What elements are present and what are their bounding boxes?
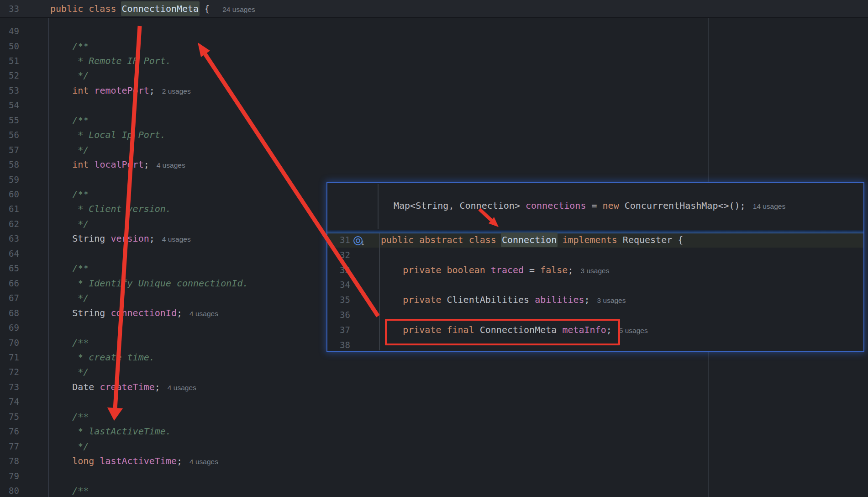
code-line[interactable]: /** — [50, 409, 89, 424]
usages-hint[interactable]: 5 usages — [619, 327, 648, 334]
code-line[interactable]: */ — [50, 439, 89, 454]
code-line[interactable]: long lastActiveTime;4 usages — [50, 454, 218, 468]
usages-hint[interactable]: 24 usages — [222, 5, 255, 13]
line-number[interactable]: 55 — [0, 113, 19, 127]
line-number[interactable]: 49 — [0, 24, 19, 38]
line-number[interactable]: 68 — [0, 306, 19, 320]
highlighted-identifier: ConnectionMeta — [121, 1, 200, 16]
code-token — [381, 264, 403, 275]
code-line[interactable]: */ — [50, 217, 89, 231]
line-number[interactable]: 62 — [0, 217, 19, 231]
usages-hint[interactable]: 4 usages — [168, 384, 196, 391]
code-line[interactable]: * Client version. — [50, 201, 171, 216]
code-token: * Identify Unique connectionId. — [50, 278, 248, 289]
code-token: new — [603, 200, 619, 211]
code-line[interactable]: * lastActiveTime. — [50, 424, 171, 439]
line-number[interactable]: 66 — [0, 276, 19, 291]
code-line[interactable]: * Local Ip Port. — [50, 127, 166, 142]
popup-line-number[interactable]: 34 — [327, 277, 350, 292]
line-number[interactable]: 56 — [0, 127, 19, 142]
code-line[interactable]: * Identify Unique connectionId. — [50, 276, 248, 291]
usages-hint[interactable]: 4 usages — [189, 458, 218, 465]
implementations-gutter-icon[interactable]: ↓ — [353, 236, 363, 245]
line-number[interactable]: 59 — [0, 172, 19, 187]
code-token: int — [72, 159, 89, 170]
line-number[interactable]: 64 — [0, 246, 19, 261]
code-token: Map<String, Connection> — [394, 200, 526, 211]
code-token: ; — [584, 294, 590, 305]
line-number[interactable]: 76 — [0, 424, 19, 439]
sticky-header-code[interactable]: public class ConnectionMeta { 24 usages — [50, 0, 255, 17]
popup-line-number[interactable]: 36 — [327, 307, 350, 322]
code-line[interactable]: */ — [50, 143, 89, 157]
code-line[interactable]: /** — [50, 261, 89, 275]
line-number[interactable]: 50 — [0, 39, 19, 53]
line-number[interactable]: 65 — [0, 261, 19, 275]
line-number[interactable]: 57 — [0, 143, 19, 157]
code-line[interactable]: int localPort;4 usages — [50, 157, 185, 172]
popup-code-line[interactable]: private boolean traced = false;3 usages — [381, 263, 609, 277]
line-number[interactable]: 73 — [0, 380, 19, 394]
code-line[interactable]: * Remote IP Port. — [50, 53, 171, 68]
line-number[interactable]: 63 — [0, 231, 19, 246]
line-number[interactable]: 72 — [0, 365, 19, 379]
ide-editor: { "colors": { "background": "#1e2126", "… — [0, 0, 868, 497]
code-token: private — [403, 294, 447, 305]
line-number[interactable]: 53 — [0, 83, 19, 98]
code-token: * Local Ip Port. — [50, 129, 166, 140]
popup-line-number[interactable]: 35 — [327, 292, 350, 307]
usages-hint[interactable]: 3 usages — [597, 296, 626, 304]
usages-hint[interactable]: 4 usages — [162, 235, 191, 243]
line-number[interactable]: 75 — [0, 409, 19, 424]
line-number[interactable]: 51 — [0, 53, 19, 68]
usages-hint[interactable]: 3 usages — [580, 267, 609, 275]
code-line[interactable]: /** — [50, 113, 89, 127]
code-line[interactable]: String connectionId;4 usages — [50, 306, 218, 320]
popup-definition-line[interactable]: Map<String, Connection> connections = ne… — [394, 198, 785, 213]
line-number[interactable]: 74 — [0, 394, 19, 409]
code-token — [557, 234, 562, 245]
line-number[interactable]: 69 — [0, 320, 19, 335]
popup-line-number[interactable]: 31 — [327, 233, 350, 247]
code-token: ; — [149, 233, 155, 244]
code-line[interactable]: /** — [50, 187, 89, 201]
code-line[interactable]: /** — [50, 39, 89, 53]
line-number[interactable]: 58 — [0, 157, 19, 172]
code-line[interactable]: /** — [50, 335, 89, 350]
code-line[interactable]: * create time. — [50, 350, 155, 365]
popup-line-number[interactable]: 38 — [327, 338, 350, 352]
line-number[interactable]: 77 — [0, 439, 19, 454]
line-number[interactable]: 67 — [0, 291, 19, 305]
popup-code-line[interactable]: private ClientAbilities abilities;3 usag… — [381, 292, 626, 307]
code-line[interactable]: */ — [50, 68, 89, 83]
code-line[interactable]: */ — [50, 291, 89, 305]
line-number[interactable]: 33 — [0, 0, 19, 17]
code-line[interactable]: String version;4 usages — [50, 231, 191, 246]
usages-hint[interactable]: 14 usages — [753, 202, 786, 210]
code-line[interactable]: */ — [50, 365, 89, 379]
line-number[interactable]: 52 — [0, 68, 19, 83]
popup-line-number[interactable]: 32 — [327, 248, 350, 262]
usages-hint[interactable]: 4 usages — [157, 161, 185, 169]
line-number[interactable]: 80 — [0, 483, 19, 497]
code-line[interactable]: Date createTime;4 usages — [50, 380, 196, 394]
code-line[interactable]: /** — [50, 483, 89, 497]
line-number[interactable]: 79 — [0, 469, 19, 483]
line-number[interactable]: 70 — [0, 335, 19, 350]
popup-code-line[interactable]: public abstract class Connection impleme… — [381, 233, 683, 247]
line-number[interactable]: 60 — [0, 187, 19, 201]
line-number[interactable]: 61 — [0, 201, 19, 216]
popup-code-line[interactable]: private final ConnectionMeta metaInfo;5 … — [381, 323, 648, 337]
popup-line-number[interactable]: 33 — [327, 263, 350, 277]
code-line[interactable]: int remotePort;2 usages — [50, 83, 191, 98]
code-token: int — [72, 85, 89, 96]
code-token: metaInfo — [562, 324, 606, 335]
line-number[interactable]: 71 — [0, 350, 19, 365]
code-token: String — [50, 307, 110, 318]
code-token: Requester { — [617, 234, 684, 245]
line-number[interactable]: 78 — [0, 454, 19, 468]
usages-hint[interactable]: 4 usages — [189, 310, 218, 317]
usages-hint[interactable]: 2 usages — [162, 87, 191, 95]
popup-line-number[interactable]: 37 — [327, 323, 350, 337]
line-number[interactable]: 54 — [0, 98, 19, 112]
